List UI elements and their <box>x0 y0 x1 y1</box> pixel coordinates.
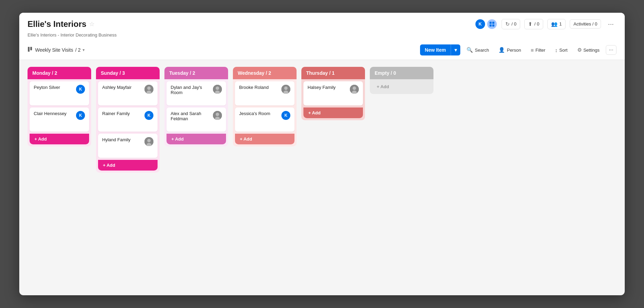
card-name: Dylan and Jay's Room <box>171 85 213 95</box>
table-row[interactable]: Jessica's RoomK <box>235 107 294 132</box>
person-icon: 👤 <box>498 47 505 53</box>
activities-btn[interactable]: Activities / 0 <box>570 19 601 29</box>
star-icon[interactable]: ☆ <box>89 20 95 28</box>
header: Ellie's Interiors ☆ K ↻ <box>19 13 625 60</box>
col-header-monday: Monday / 2 <box>28 67 91 79</box>
col-header-thursday: Thursday / 1 <box>301 67 365 79</box>
view-label: Weekly Site Visits <box>35 47 73 53</box>
table-row[interactable]: Clair HennesseyK <box>30 107 89 132</box>
new-item-btn[interactable]: New Item ▾ <box>420 44 460 55</box>
avatar: K <box>144 111 153 120</box>
avatar <box>144 137 153 146</box>
avatar-k[interactable]: K <box>475 19 486 30</box>
avatar-group: K <box>475 19 497 30</box>
svg-point-22 <box>353 86 356 90</box>
svg-point-19 <box>284 86 288 90</box>
add-btn-monday[interactable]: + Add <box>30 134 89 144</box>
search-label: Search <box>475 48 489 53</box>
avatar <box>281 85 290 94</box>
avatar: K <box>281 111 290 120</box>
settings-btn[interactable]: ⚙ Settings <box>574 45 603 55</box>
share-btn[interactable]: ⬆ / 0 <box>524 19 543 29</box>
subtitle: Ellie's Interiors - Interior Decorating … <box>28 32 616 38</box>
avatar <box>350 85 359 94</box>
column-sunday: Sunday / 3Ashley Mayfair Rainer FamilyKH… <box>96 67 160 173</box>
col-body-wednesday: Brooke Roland Jessica's RoomK+ Add <box>233 79 297 146</box>
col-header-empty: Empty / 0 <box>370 67 433 79</box>
col-body-monday: Peyton SilverKClair HennesseyK+ Add <box>28 79 91 146</box>
view-selector[interactable]: Weekly Site Visits / 2 ▾ <box>28 47 85 53</box>
svg-rect-3 <box>492 24 494 27</box>
people-icon: 👥 <box>551 21 558 27</box>
avatar <box>213 111 222 120</box>
card-name: Clair Hennessey <box>34 111 76 116</box>
filter-icon: ≡ <box>531 47 534 53</box>
toolbar-more-btn[interactable]: ··· <box>606 45 616 55</box>
kanban-board: Monday / 2Peyton SilverKClair HennesseyK… <box>28 67 616 173</box>
board-main: Monday / 2Peyton SilverKClair HennesseyK… <box>19 60 625 295</box>
column-monday: Monday / 2Peyton SilverKClair HennesseyK… <box>28 67 91 146</box>
avatar <box>144 85 153 94</box>
column-wednesday: Wednesday / 2Brooke Roland Jessica's Roo… <box>233 67 297 146</box>
table-row[interactable]: Peyton SilverK <box>30 81 89 105</box>
table-row[interactable]: Alex and Sarah Feldman <box>167 107 226 132</box>
settings-label: Settings <box>583 48 600 53</box>
board-icon <box>28 47 33 53</box>
share-count: / 0 <box>534 21 539 27</box>
avatar-board[interactable] <box>486 19 497 30</box>
add-btn-wednesday[interactable]: + Add <box>235 134 294 144</box>
col-header-tuesday: Tuesday / 2 <box>164 67 228 79</box>
members-btn[interactable]: 👥 1 <box>547 19 566 29</box>
svg-rect-1 <box>492 22 494 24</box>
view-count: / 2 <box>75 47 81 53</box>
share-icon: ⬆ <box>528 21 533 27</box>
filter-btn[interactable]: ≡ Filter <box>527 45 549 55</box>
column-thursday: Thursday / 1Halsey Family + Add <box>301 67 365 120</box>
svg-rect-4 <box>28 47 30 52</box>
col-body-empty: + Add <box>370 79 433 94</box>
avatar: K <box>76 85 85 94</box>
card-name: Hyland Family <box>102 137 144 142</box>
refresh-icon: ↻ <box>505 21 510 27</box>
sort-btn[interactable]: ↕ Sort <box>551 45 571 55</box>
chevron-down-icon: ▾ <box>83 48 85 52</box>
card-name: Halsey Family <box>308 85 350 90</box>
search-icon: 🔍 <box>466 47 473 53</box>
search-btn[interactable]: 🔍 Search <box>463 45 492 55</box>
header-left: Ellie's Interiors ☆ <box>28 19 95 29</box>
table-row[interactable]: Halsey Family <box>303 81 363 105</box>
card-name: Jessica's Room <box>239 111 281 116</box>
svg-point-10 <box>147 139 151 142</box>
table-row[interactable]: Brooke Roland <box>235 81 294 105</box>
toolbar-right: New Item ▾ 🔍 Search 👤 Person ≡ Filter ↕ <box>420 44 616 55</box>
add-btn-tuesday[interactable]: + Add <box>167 134 226 144</box>
add-btn-thursday[interactable]: + Add <box>303 107 363 118</box>
col-body-sunday: Ashley Mayfair Rainer FamilyKHyland Fami… <box>96 79 160 173</box>
add-btn-empty[interactable]: + Add <box>372 81 431 92</box>
members-count: 1 <box>559 21 562 27</box>
app-window: Ellie's Interiors ☆ K ↻ <box>19 13 625 295</box>
table-row[interactable]: Ashley Mayfair <box>98 81 158 105</box>
svg-rect-5 <box>30 47 32 50</box>
add-btn-sunday[interactable]: + Add <box>98 160 158 171</box>
avatar <box>213 85 222 94</box>
gear-icon: ⚙ <box>577 47 582 53</box>
card-name: Peyton Silver <box>34 85 76 90</box>
person-label: Person <box>507 48 521 53</box>
more-options-btn[interactable]: ··· <box>605 18 616 30</box>
svg-point-13 <box>216 86 219 90</box>
person-btn[interactable]: 👤 Person <box>495 45 524 55</box>
new-item-dropdown-arrow[interactable]: ▾ <box>451 44 460 55</box>
card-name: Rainer Family <box>102 111 144 116</box>
notifications-btn[interactable]: ↻ / 0 <box>502 19 520 29</box>
col-header-wednesday: Wednesday / 2 <box>233 67 297 79</box>
table-row[interactable]: Hyland Family <box>98 134 158 158</box>
table-row[interactable]: Rainer FamilyK <box>98 107 158 132</box>
col-body-thursday: Halsey Family + Add <box>301 79 365 120</box>
table-row[interactable]: Dylan and Jay's Room <box>167 81 226 105</box>
sort-icon: ↕ <box>555 47 558 53</box>
column-tuesday: Tuesday / 2Dylan and Jay's Room Alex and… <box>164 67 228 146</box>
toolbar: Weekly Site Visits / 2 ▾ New Item ▾ 🔍 Se… <box>28 41 616 60</box>
svg-point-16 <box>216 113 219 116</box>
col-body-tuesday: Dylan and Jay's Room Alex and Sarah Feld… <box>164 79 228 146</box>
